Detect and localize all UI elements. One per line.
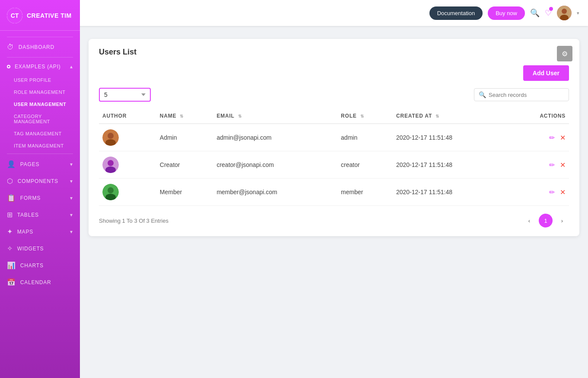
topnav-right: Documentation Buy now 🔍 ♡ ▾	[429, 6, 579, 20]
user-dropdown-arrow[interactable]: ▾	[577, 10, 579, 16]
user-avatar[interactable]	[557, 6, 572, 20]
search-input[interactable]	[489, 92, 564, 98]
sidebar-item-maps[interactable]: ✦ MAPS ▾	[0, 223, 80, 240]
role-sort-icon: ⇅	[360, 114, 364, 119]
page-1-button[interactable]: 1	[539, 214, 553, 227]
pages-icon: 👤	[7, 160, 16, 168]
prev-page-button[interactable]: ‹	[522, 214, 536, 227]
delete-button[interactable]: ✕	[560, 134, 566, 141]
delete-button[interactable]: ✕	[560, 161, 566, 169]
card-settings-button[interactable]: ⚙	[557, 46, 572, 61]
search-box: 🔍	[474, 88, 569, 101]
edit-button[interactable]: ✏	[549, 189, 555, 196]
name-sort-icon: ⇅	[180, 114, 184, 119]
col-role[interactable]: ROLE ⇅	[337, 109, 393, 124]
notification-badge	[549, 7, 553, 11]
row-created-cell: 2020-12-17 11:51:48	[393, 151, 509, 179]
sidebar-item-label: CALENDAR	[20, 279, 51, 285]
showing-text: Showing 1 To 3 Of 3 Entries	[99, 218, 168, 224]
table-header: AUTHOR NAME ⇅ EMAIL ⇅ ROLE ⇅ CREATED AT …	[99, 109, 569, 124]
tables-icon: ⊞	[7, 211, 13, 219]
sidebar-section-main: ⏱ DASHBOARD EXAMPLES (API) ▴ USER PROFIL…	[0, 31, 80, 295]
row-actions-cell: ✏ ✕	[509, 179, 569, 206]
svg-text:CT: CT	[11, 12, 19, 19]
sidebar-item-charts[interactable]: 📊 CHARTS	[0, 257, 80, 274]
buy-now-button[interactable]: Buy now	[488, 6, 525, 20]
notifications-icon[interactable]: ♡	[545, 8, 552, 18]
row-actions-cell: ✏ ✕	[509, 124, 569, 151]
row-created-cell: 2020-12-17 11:51:48	[393, 179, 509, 206]
sidebar-item-widgets[interactable]: ✧ WIDGETS	[0, 240, 80, 257]
sidebar-divider-2	[7, 57, 73, 58]
user-avatar-small	[102, 129, 119, 146]
maps-arrow-icon: ▾	[70, 229, 73, 235]
page-title: LIST USERS	[19, 10, 429, 16]
brand-name: CREATIVE TIM	[27, 12, 72, 19]
row-role-cell: member	[337, 179, 393, 206]
pagination-row: Showing 1 To 3 Of 3 Entries ‹ 1 ›	[99, 214, 569, 227]
sidebar-item-item-management[interactable]: ITEM MANAGEMENT	[0, 140, 80, 152]
card-title: Users List	[99, 48, 137, 57]
sidebar-sub-label: CATEGORY MANAGEMENT	[14, 114, 50, 124]
row-author-cell	[99, 151, 156, 179]
sidebar-item-user-management[interactable]: USER MANAGEMENT	[0, 98, 80, 110]
sidebar-item-category-management[interactable]: CATEGORY MANAGEMENT	[0, 110, 80, 128]
row-name-cell: Admin	[156, 124, 213, 151]
sidebar-brand[interactable]: CT CREATIVE TIM	[0, 0, 80, 31]
sidebar-item-label: EXAMPLES (API)	[15, 64, 61, 70]
sidebar-sub-label: USER MANAGEMENT	[14, 102, 66, 107]
user-avatar-small	[102, 184, 119, 200]
sidebar-item-tables[interactable]: ⊞ TABLES ▾	[0, 206, 80, 223]
svg-point-9	[108, 160, 114, 166]
table-row: Member member@jsonapi.com member 2020-12…	[99, 179, 569, 206]
sidebar-item-label: TABLES	[17, 212, 39, 218]
filter-row: 5 10 25 50 🔍	[99, 88, 569, 102]
search-icon[interactable]: 🔍	[530, 8, 540, 18]
col-email[interactable]: EMAIL ⇅	[213, 109, 337, 124]
svg-point-6	[108, 133, 114, 139]
sidebar-item-forms[interactable]: 📋 FORMS ▾	[0, 189, 80, 206]
per-page-select[interactable]: 5 10 25 50	[99, 88, 151, 102]
sidebar-sub-label: ITEM MANAGEMENT	[14, 143, 64, 148]
calendar-icon: 📅	[7, 278, 16, 286]
pagination-buttons: ‹ 1 ›	[522, 214, 569, 227]
components-arrow-icon: ▾	[70, 178, 73, 184]
sidebar-item-tag-management[interactable]: TAG MANAGEMENT	[0, 128, 80, 140]
sidebar-item-role-management[interactable]: ROLE MANAGEMENT	[0, 86, 80, 98]
documentation-button[interactable]: Documentation	[429, 6, 483, 20]
next-page-button[interactable]: ›	[555, 214, 569, 227]
sidebar-sub-label: TAG MANAGEMENT	[14, 131, 62, 136]
delete-button[interactable]: ✕	[560, 189, 566, 196]
svg-point-1	[562, 9, 567, 14]
add-user-button[interactable]: Add User	[523, 65, 569, 81]
maps-icon: ✦	[7, 227, 13, 236]
table-row: Creator creator@jsonapi.com creator 2020…	[99, 151, 569, 179]
users-table: AUTHOR NAME ⇅ EMAIL ⇅ ROLE ⇅ CREATED AT …	[99, 109, 569, 206]
sidebar: CT CREATIVE TIM ⏱ DASHBOARD EXAMPLES (AP…	[0, 0, 80, 378]
edit-button[interactable]: ✏	[549, 134, 555, 141]
sidebar-item-components[interactable]: ⬡ COMPONENTS ▾	[0, 173, 80, 189]
toolbar-row: Add User	[99, 65, 569, 81]
search-icon: 🔍	[479, 91, 486, 98]
main-content: Users List ⚙ Add User 5 10 25 50 🔍	[80, 26, 588, 378]
edit-button[interactable]: ✏	[549, 161, 555, 169]
card-header: Users List ⚙	[99, 48, 569, 57]
sidebar-item-user-profile[interactable]: USER PROFILE	[0, 74, 80, 86]
row-email-cell: admin@jsonapi.com	[213, 124, 337, 151]
created-sort-icon: ⇅	[435, 114, 439, 119]
sidebar-item-label: FORMS	[20, 195, 41, 201]
col-created[interactable]: CREATED AT ⇅	[393, 109, 509, 124]
brand-avatar: CT	[7, 8, 22, 23]
components-icon: ⬡	[7, 177, 13, 185]
sidebar-item-examples[interactable]: EXAMPLES (API) ▴	[0, 59, 80, 74]
sidebar-item-label: PAGES	[20, 161, 39, 167]
table-row: Admin admin@jsonapi.com admin 2020-12-17…	[99, 124, 569, 151]
sidebar-item-dashboard[interactable]: ⏱ DASHBOARD	[0, 39, 80, 55]
examples-dot-icon	[7, 65, 10, 68]
pages-arrow-icon: ▾	[70, 161, 73, 167]
col-actions: ACTIONS	[509, 109, 569, 124]
row-email-cell: member@jsonapi.com	[213, 179, 337, 206]
sidebar-item-pages[interactable]: 👤 PAGES ▾	[0, 156, 80, 173]
sidebar-item-calendar[interactable]: 📅 CALENDAR	[0, 274, 80, 291]
col-name[interactable]: NAME ⇅	[156, 109, 213, 124]
